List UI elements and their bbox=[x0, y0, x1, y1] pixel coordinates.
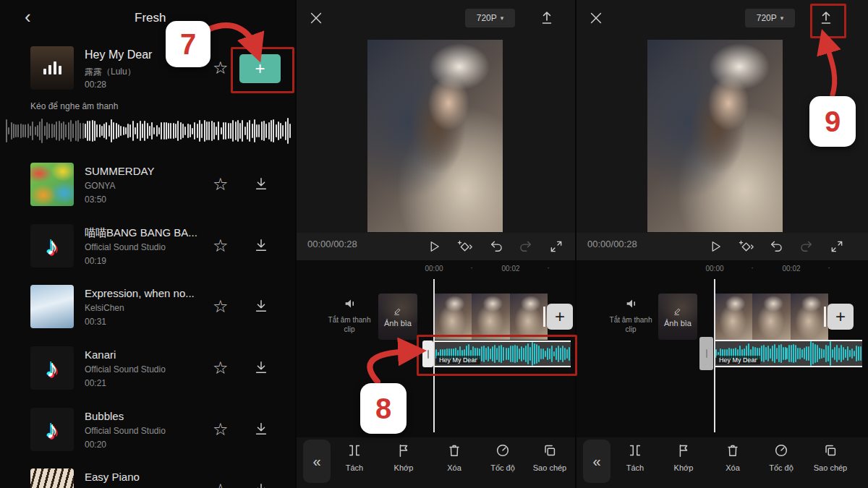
song-title: Kanari bbox=[85, 348, 116, 361]
toolbar-delete-button[interactable]: Xóa bbox=[432, 442, 477, 472]
collapse-toolbar-button[interactable]: « bbox=[583, 440, 610, 483]
song-duration: 00:19 bbox=[85, 256, 106, 266]
song-duration: 00:20 bbox=[85, 440, 106, 450]
song-artist: Official Sound Studio bbox=[85, 426, 166, 436]
trash-icon bbox=[446, 442, 462, 458]
video-preview[interactable] bbox=[367, 40, 503, 232]
clip-end-handle[interactable] bbox=[824, 307, 826, 327]
toolbar-speed-button[interactable]: Tốc độ bbox=[480, 442, 525, 472]
download-icon[interactable] bbox=[253, 237, 269, 253]
video-track[interactable] bbox=[715, 294, 828, 340]
ruler-dot: · bbox=[827, 263, 830, 272]
audio-track[interactable]: Hey My Dear bbox=[715, 340, 862, 367]
playhead[interactable] bbox=[714, 279, 715, 432]
download-icon[interactable] bbox=[253, 298, 269, 314]
collapse-toolbar-button[interactable]: « bbox=[303, 440, 331, 483]
fullscreen-icon[interactable] bbox=[830, 239, 844, 254]
flag-icon bbox=[396, 442, 412, 458]
song-title: Bubbles bbox=[85, 410, 124, 422]
trash-icon bbox=[725, 442, 741, 458]
music-note-icon: ♪ bbox=[46, 356, 59, 380]
ruler-tick: 00:00 bbox=[425, 265, 443, 273]
audio-trim-handle[interactable] bbox=[699, 337, 713, 370]
download-icon[interactable] bbox=[253, 481, 269, 488]
back-icon[interactable]: ‹ bbox=[25, 7, 31, 26]
step-badge-7: 7 bbox=[166, 21, 210, 67]
song-duration: 03:50 bbox=[85, 194, 106, 205]
time-display: 00:00/00:28 bbox=[307, 239, 357, 249]
list-item[interactable]: ♪ Bubbles Official Sound Studio 00:20 ☆ bbox=[30, 408, 291, 453]
album-art: ♪ bbox=[30, 346, 74, 390]
speed-icon bbox=[773, 442, 789, 458]
list-item[interactable]: Easy Piano ☆ bbox=[30, 468, 291, 488]
add-clip-button[interactable]: + bbox=[827, 304, 854, 330]
cover-button[interactable]: Ảnh bìa bbox=[658, 294, 697, 340]
close-icon[interactable] bbox=[588, 10, 604, 26]
toolbar-split-button[interactable]: Tách bbox=[332, 442, 377, 472]
ruler-dot: · bbox=[751, 263, 754, 272]
resolution-value: 720P bbox=[477, 13, 497, 23]
favorite-star-icon[interactable]: ☆ bbox=[213, 59, 229, 77]
cover-button[interactable]: Ảnh bìa bbox=[378, 294, 417, 340]
list-item[interactable]: SUMMERDAY GONYA 03:50 ☆ bbox=[30, 163, 291, 207]
download-icon[interactable] bbox=[253, 176, 269, 192]
toolbar-copy-button[interactable]: Sao chép bbox=[527, 442, 572, 472]
mute-icon[interactable] bbox=[343, 296, 359, 312]
favorite-star-icon[interactable]: ☆ bbox=[213, 237, 229, 254]
chevron-down-icon: ▾ bbox=[501, 14, 504, 22]
song-artist: GONYA bbox=[85, 181, 115, 191]
add-clip-button[interactable]: + bbox=[547, 304, 573, 330]
redo-icon[interactable] bbox=[799, 239, 814, 254]
keyframe-icon[interactable] bbox=[738, 239, 755, 254]
toolbar-copy-button[interactable]: Sao chép bbox=[808, 442, 853, 472]
drag-hint-text: Kéo để nghe âm thanh bbox=[30, 101, 118, 111]
download-icon[interactable] bbox=[253, 359, 269, 375]
clip-end-handle[interactable] bbox=[543, 307, 545, 327]
chevron-down-icon: ▾ bbox=[780, 14, 784, 22]
keyframe-icon[interactable] bbox=[456, 239, 474, 254]
split-icon bbox=[627, 442, 643, 458]
play-icon[interactable] bbox=[427, 239, 441, 254]
export-icon[interactable] bbox=[538, 9, 556, 27]
video-track[interactable] bbox=[434, 294, 548, 340]
song-title: 喵喵BANG BANG BA... bbox=[85, 226, 197, 240]
resolution-button[interactable]: 720P ▾ bbox=[745, 9, 795, 27]
mute-icon[interactable] bbox=[624, 296, 640, 312]
undo-icon[interactable] bbox=[489, 239, 503, 254]
copy-icon bbox=[542, 442, 558, 458]
favorite-star-icon[interactable]: ☆ bbox=[213, 359, 229, 377]
redo-icon[interactable] bbox=[519, 239, 533, 254]
fullscreen-icon[interactable] bbox=[549, 239, 563, 254]
pencil-icon bbox=[392, 306, 404, 316]
time-display: 00:00/00:28 bbox=[587, 239, 637, 249]
toolbar-match-button[interactable]: Khớp bbox=[661, 442, 706, 472]
clip-thumbnail bbox=[715, 294, 752, 340]
download-icon[interactable] bbox=[253, 421, 269, 437]
song-artist: Official Sound Studio bbox=[85, 364, 166, 374]
list-item[interactable]: ♪ Kanari Official Sound Studio 00:21 ☆ bbox=[30, 346, 291, 391]
video-preview[interactable] bbox=[647, 40, 783, 232]
list-item[interactable]: ♪ 喵喵BANG BANG BA... Official Sound Studi… bbox=[30, 224, 291, 269]
equalizer-icon bbox=[43, 61, 61, 74]
resolution-button[interactable]: 720P ▾ bbox=[465, 9, 515, 27]
song-title: Expression, when no... bbox=[85, 287, 195, 299]
list-item[interactable]: Expression, when no... KelsiChen 00:31 ☆ bbox=[30, 285, 291, 330]
toolbar-delete-button[interactable]: Xóa bbox=[710, 442, 755, 472]
favorite-star-icon[interactable]: ☆ bbox=[213, 176, 229, 193]
toolbar-speed-button[interactable]: Tốc độ bbox=[759, 442, 804, 472]
album-art bbox=[30, 468, 74, 488]
play-icon[interactable] bbox=[708, 239, 723, 254]
close-icon[interactable] bbox=[308, 10, 324, 26]
undo-icon[interactable] bbox=[769, 239, 783, 254]
favorite-star-icon[interactable]: ☆ bbox=[213, 481, 229, 488]
clip-thumbnail bbox=[752, 294, 790, 340]
music-note-icon: ♪ bbox=[46, 234, 59, 258]
favorite-star-icon[interactable]: ☆ bbox=[213, 298, 229, 315]
audio-preview-waveform[interactable] bbox=[6, 118, 292, 144]
album-art bbox=[30, 285, 74, 328]
favorite-star-icon[interactable]: ☆ bbox=[213, 421, 229, 438]
toolbar-match-button[interactable]: Khớp bbox=[381, 442, 426, 472]
copy-icon bbox=[822, 442, 838, 458]
flag-icon bbox=[676, 442, 692, 458]
toolbar-split-button[interactable]: Tách bbox=[613, 442, 658, 472]
